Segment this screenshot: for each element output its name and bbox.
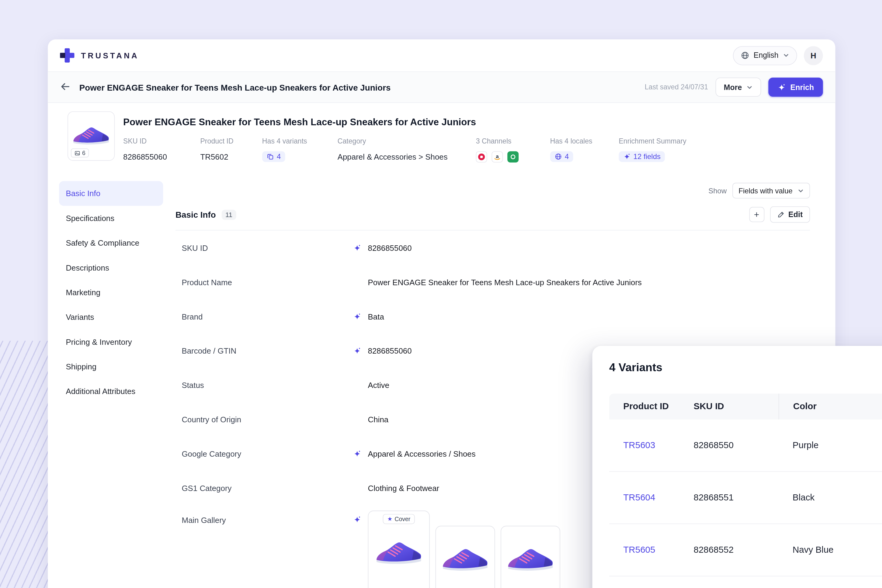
language-label: English [754,51,778,60]
page-title: Power ENGAGE Sneaker for Teens Mesh Lace… [80,82,391,92]
ai-sparkle-icon [353,450,361,458]
fields-filter-dropdown[interactable]: Fields with value [732,183,810,198]
field-count-badge: 11 [221,210,236,219]
edit-button[interactable]: Edit [770,207,810,223]
avatar-initial: H [810,51,816,60]
arrow-left-icon [60,81,71,92]
meta-category: Category Apparel & Accessories > Shoes [338,137,476,163]
svg-text:a: a [496,153,499,159]
channel-icons: a [476,151,519,162]
locales-count-badge[interactable]: 4 [550,152,573,162]
enrichment-summary-badge[interactable]: 12 fields [619,152,665,162]
sidebar: Basic Info Specifications Safety & Compl… [59,181,163,588]
sparkle-icon [623,153,631,160]
sneaker-image [506,544,555,576]
image-icon [74,150,80,156]
sneaker-image [440,544,490,576]
panel-actions: + Edit [749,207,810,223]
ai-sparkle-icon [353,346,361,354]
screen: TRUSTANA English H Power ENGAGE Sneaker … [0,0,882,588]
gallery-image[interactable] [500,526,560,588]
sparkle-icon [777,83,786,92]
trustana-logo-icon [59,47,75,63]
sneaker-image [374,537,424,569]
sidebar-item-descriptions[interactable]: Descriptions [59,255,163,280]
chevron-down-icon [783,52,789,58]
meta-channels: 3 Channels a [476,137,550,163]
variant-row[interactable]: TR5605 82868552 Navy Blue [609,524,882,576]
layers-icon [267,153,274,160]
sidebar-item-marketing[interactable]: Marketing [59,280,163,304]
sidebar-item-safety-compliance[interactable]: Safety & Compliance [59,231,163,255]
cover-badge: ★ Cover [383,514,415,524]
trustana-logo: TRUSTANA [59,47,139,63]
ai-sparkle-icon [353,244,361,252]
meta-enrichment: Enrichment Summary 12 fields [619,137,823,163]
enrich-button[interactable]: Enrich [768,78,823,97]
product-thumbnail[interactable]: 6 [68,111,115,161]
sidebar-item-specifications[interactable]: Specifications [59,206,163,231]
product-meta-row: SKU ID 8286855060 Product ID TR5602 Has … [123,137,823,163]
meta-variants: Has 4 variants 4 [262,137,338,163]
star-icon: ★ [387,516,392,522]
field-row-sku-id: SKU ID 8286855060 [176,231,810,265]
more-button[interactable]: More [715,78,761,97]
amazon-icon[interactable]: a [491,151,503,162]
variant-product-id-link[interactable]: TR5604 [609,492,693,502]
chevron-down-icon [746,84,753,90]
ai-sparkle-icon [353,312,361,320]
panel-title: Basic Info [176,210,216,219]
top-bar-right: English H [733,46,823,65]
brand-name: TRUSTANA [81,51,139,60]
avatar[interactable]: H [804,46,823,65]
red-marketplace-icon[interactable] [476,151,487,162]
show-filter-row: Show Fields with value [176,181,810,200]
field-row-product-name: Product Name Power ENGAGE Sneaker for Te… [176,265,810,299]
variants-panel-title: 4 Variants [609,361,882,374]
variants-panel: 4 Variants Product ID SKU ID Color TR560… [592,346,882,588]
last-saved-text: Last saved 24/07/31 [645,83,708,91]
gallery-cover-image[interactable]: ★ Cover [368,510,430,588]
meta-product-id: Product ID TR5602 [200,137,262,163]
variant-product-id-link[interactable]: TR5605 [609,545,693,555]
globe-icon [741,51,749,60]
sidebar-item-additional-attributes[interactable]: Additional Attributes [59,379,163,404]
variants-count-badge[interactable]: 4 [262,152,285,162]
meta-locales: Has 4 locales 4 [550,137,619,163]
field-row-brand: Brand Bata [176,299,810,333]
ai-sparkle-icon [353,516,361,524]
variants-table-header: Product ID SKU ID Color [609,394,882,420]
language-selector[interactable]: English [733,46,797,65]
gallery-image[interactable] [436,526,495,588]
sidebar-item-variants[interactable]: Variants [59,304,163,329]
top-bar: TRUSTANA English H [48,39,835,71]
meta-sku: SKU ID 8286855060 [123,137,200,163]
pencil-icon [777,211,784,218]
panel-header: Basic Info 11 + Edit [176,207,810,231]
add-field-button[interactable]: + [749,207,764,222]
main-gallery: ★ Cover [368,510,560,588]
image-count-badge: 6 [71,148,89,158]
variant-row[interactable]: TR5603 82868550 Purple [609,420,882,472]
show-label: Show [708,186,727,195]
variants-table: Product ID SKU ID Color TR5603 82868550 … [609,394,882,576]
sidebar-item-basic-info[interactable]: Basic Info [59,181,163,206]
globe-icon [555,153,562,160]
back-button[interactable] [59,81,72,93]
sidebar-item-pricing-inventory[interactable]: Pricing & Inventory [59,330,163,354]
page-header-actions: Last saved 24/07/31 More Enrich [645,78,823,97]
sidebar-item-shipping[interactable]: Shipping [59,354,163,379]
product-summary: 6 Power ENGAGE Sneaker for Teens Mesh La… [48,103,835,173]
variant-row[interactable]: TR5604 82868551 Black [609,472,882,524]
product-summary-main: Power ENGAGE Sneaker for Teens Mesh Lace… [123,111,823,163]
variant-product-id-link[interactable]: TR5603 [609,440,693,450]
sneaker-image [72,124,111,148]
product-title: Power ENGAGE Sneaker for Teens Mesh Lace… [123,117,823,128]
chevron-down-icon [798,188,804,194]
page-header-bar: Power ENGAGE Sneaker for Teens Mesh Lace… [48,72,835,103]
green-marketplace-icon[interactable] [507,151,518,162]
